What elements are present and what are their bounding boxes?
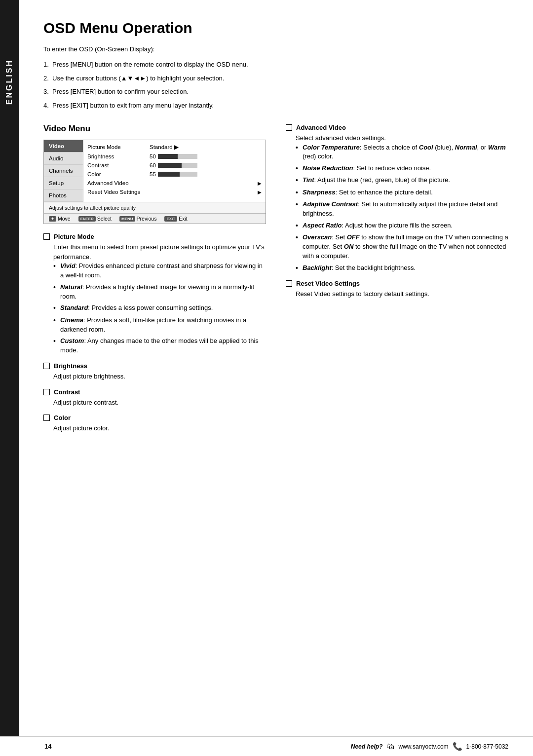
- bullet-color-temp: •Color Temperature: Selects a choice of …: [296, 143, 508, 162]
- subsection-title-brightness: Brightness: [54, 362, 87, 370]
- checkbox-icon-color: [43, 415, 50, 421]
- subsection-body-picture-mode: Enter this menu to select from preset pi…: [43, 242, 266, 355]
- subsection-brightness: Brightness Adjust picture brightness.: [43, 362, 266, 381]
- bullet-vivid: •Vivid: Provides enhanced picture contra…: [53, 262, 266, 280]
- menu-icon: MENU: [119, 216, 135, 222]
- two-column-layout: Video Menu Video Audio Channels Setup Ph…: [43, 124, 508, 726]
- exit-icon: EXIT: [164, 216, 177, 222]
- osd-row-brightness: Brightness 50: [87, 152, 262, 161]
- osd-nav-previous: MENU Previous: [119, 216, 156, 222]
- left-column: Video Menu Video Audio Channels Setup Ph…: [43, 124, 266, 726]
- phone-icon: 📞: [453, 742, 462, 751]
- osd-sidebar-photos[interactable]: Photos: [44, 189, 83, 202]
- osd-main-content: Picture Mode Standard ▶ Brightness 50 Co…: [83, 140, 266, 202]
- numbered-steps: 1.Press [MENU] button on the remote cont…: [43, 60, 508, 114]
- sidebar-label: ENGLISH: [5, 59, 14, 105]
- subsection-reset-video: Reset Video Settings Reset Video setting…: [286, 280, 508, 299]
- osd-menu-sidebar: Video Audio Channels Setup Photos: [44, 140, 83, 202]
- osd-nav-move: ✦ Move: [49, 216, 71, 222]
- osd-nav-bar: ✦ Move ENTER Select MENU Previous EXIT: [44, 213, 266, 224]
- subsection-title-color: Color: [54, 414, 71, 421]
- advanced-video-bullets: •Color Temperature: Selects a choice of …: [296, 143, 508, 273]
- footer-right: Need help? 🛍 www.sanyoctv.com 📞 1-800-87…: [351, 742, 508, 751]
- subsection-color: Color Adjust picture color.: [43, 414, 266, 433]
- osd-row-contrast: Contrast 60: [87, 161, 262, 170]
- video-menu-title: Video Menu: [43, 124, 266, 134]
- subsection-title-contrast: Contrast: [54, 388, 80, 396]
- subsection-picture-mode: Picture Mode Enter this menu to select f…: [43, 233, 266, 355]
- bullet-aspect-ratio: •Aspect Ratio: Adjust how the picture fi…: [296, 221, 508, 230]
- checkbox-icon-reset-video: [286, 280, 292, 287]
- osd-sidebar-channels[interactable]: Channels: [44, 165, 83, 177]
- content-area: OSD Menu Operation To enter the OSD (On-…: [19, 0, 533, 756]
- bullet-natural: •Natural: Provides a highly defined imag…: [53, 283, 266, 302]
- bullet-cinema: •Cinema: Provides a soft, film-like pict…: [53, 316, 266, 335]
- bullet-noise-reduction: •Noise Reduction: Set to reduce video no…: [296, 164, 508, 173]
- subsection-title-picture-mode: Picture Mode: [54, 233, 94, 240]
- subsection-header-picture-mode: Picture Mode: [43, 233, 266, 240]
- page-container: ENGLISH OSD Menu Operation To enter the …: [0, 0, 533, 756]
- subsection-advanced-video: Advanced Video Select advanced video set…: [286, 124, 508, 273]
- osd-bar-color: [158, 172, 197, 177]
- bullet-adaptive-contrast: •Adaptive Contrast: Set to automatically…: [296, 200, 508, 219]
- checkbox-icon-contrast: [43, 389, 50, 395]
- checkbox-icon-brightness: [43, 363, 50, 369]
- footer-need-help: Need help?: [351, 743, 383, 750]
- osd-sidebar-audio[interactable]: Audio: [44, 152, 83, 165]
- bullet-sharpness: •Sharpness: Set to enhance the picture d…: [296, 188, 508, 197]
- checkbox-icon-advanced-video: [286, 124, 292, 131]
- subsection-title-advanced-video: Advanced Video: [296, 124, 346, 131]
- enter-icon: ENTER: [78, 216, 96, 222]
- step-4: 4.Press [EXIT] button to exit from any m…: [43, 101, 508, 111]
- subsection-title-reset-video: Reset Video Settings: [296, 280, 360, 287]
- footer-website: www.sanyoctv.com: [398, 743, 448, 750]
- osd-menu-box: Video Audio Channels Setup Photos Pictur…: [43, 140, 266, 224]
- osd-footer-text: Adjust settings to affect picture qualit…: [44, 202, 266, 213]
- sidebar-english: ENGLISH: [0, 0, 19, 756]
- bullet-tint: •Tint: Adjust the hue (red, green, blue)…: [296, 176, 508, 185]
- osd-sidebar-video[interactable]: Video: [44, 140, 83, 152]
- osd-bar-contrast: [158, 163, 197, 168]
- osd-row-reset: Reset Video Settings ▶: [87, 188, 262, 196]
- bullet-backlight: •Backlight: Set the backlight brightness…: [296, 264, 508, 273]
- step-2: 2.Use the cursor buttons (▲▼◄►) to highl…: [43, 74, 508, 83]
- osd-sidebar-setup[interactable]: Setup: [44, 177, 83, 189]
- osd-menu-inner: Video Audio Channels Setup Photos Pictur…: [44, 140, 266, 202]
- subsection-contrast: Contrast Adjust picture contrast.: [43, 388, 266, 408]
- move-icon: ✦: [49, 216, 56, 222]
- step-3: 3.Press [ENTER] button to confirm your s…: [43, 87, 508, 97]
- page-title: OSD Menu Operation: [43, 20, 508, 37]
- shopping-bag-icon: 🛍: [386, 742, 394, 751]
- osd-nav-select: ENTER Select: [78, 216, 112, 222]
- right-column: Advanced Video Select advanced video set…: [286, 124, 508, 726]
- osd-row-color: Color 55: [87, 170, 262, 179]
- bullet-custom: •Custom: Any changes made to the other m…: [53, 337, 266, 355]
- bullet-standard: •Standard: Provides a less power consumi…: [53, 303, 266, 313]
- intro-text: To enter the OSD (On-Screen Display):: [43, 45, 508, 53]
- checkbox-icon-picture-mode: [43, 233, 50, 240]
- osd-nav-exit: EXIT Exit: [164, 216, 187, 222]
- picture-mode-bullets: •Vivid: Provides enhanced picture contra…: [53, 262, 266, 355]
- bullet-overscan: •Overscan: Set OFF to show the full imag…: [296, 233, 508, 261]
- step-1: 1.Press [MENU] button on the remote cont…: [43, 60, 508, 70]
- osd-row-advanced-video: Advanced Video ▶: [87, 179, 262, 188]
- osd-row-picture-mode: Picture Mode Standard ▶: [87, 142, 262, 152]
- footer-phone: 1-800-877-5032: [466, 743, 508, 750]
- footer-bar: 14 Need help? 🛍 www.sanyoctv.com 📞 1-800…: [0, 736, 533, 756]
- osd-bar-brightness: [158, 154, 197, 159]
- footer-page-number: 14: [44, 743, 51, 750]
